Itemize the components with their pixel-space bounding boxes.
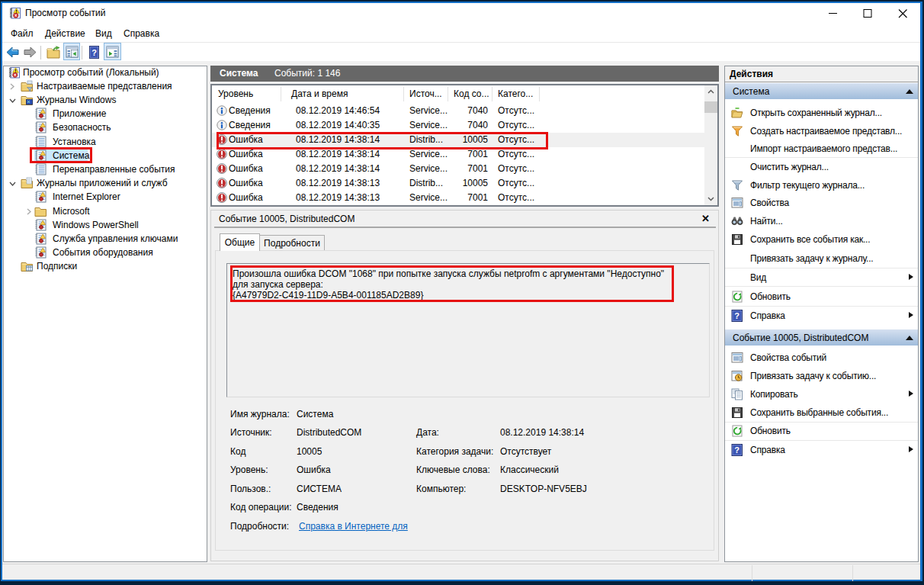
svg-text:?: ? (91, 48, 97, 57)
